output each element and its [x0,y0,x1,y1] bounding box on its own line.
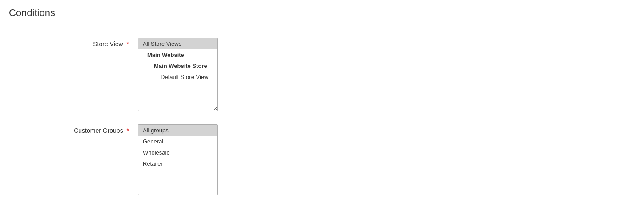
customer-groups-label: Customer Groups * [18,124,129,134]
customer-groups-option-all[interactable]: All groups [138,125,217,136]
page-container: Conditions Store View * All Store Views … [0,0,644,202]
store-view-listbox-wrapper: All Store Views Main Website Main Websit… [138,38,218,111]
store-view-option-main-website-store[interactable]: Main Website Store [138,60,217,71]
customer-groups-option-general[interactable]: General [138,136,217,147]
store-view-option-all[interactable]: All Store Views [138,38,217,49]
customer-groups-required: * [127,127,129,134]
customer-groups-option-retailer[interactable]: Retailer [138,158,217,169]
store-view-option-default-store-view[interactable]: Default Store View [138,71,217,83]
section-title: Conditions [9,7,635,19]
store-view-listbox[interactable]: All Store Views Main Website Main Websit… [138,38,218,111]
store-view-required: * [127,40,129,48]
store-view-label: Store View * [18,38,129,48]
customer-groups-listbox[interactable]: All groups General Wholesale Retailer [138,124,218,195]
customer-groups-row: Customer Groups * All groups General Who… [18,124,635,195]
form-fields: Store View * All Store Views Main Websit… [9,38,635,195]
store-view-option-main-website[interactable]: Main Website [138,49,217,60]
store-view-row: Store View * All Store Views Main Websit… [18,38,635,111]
customer-groups-listbox-wrapper: All groups General Wholesale Retailer [138,124,218,195]
section-divider [9,24,635,24]
customer-groups-option-wholesale[interactable]: Wholesale [138,147,217,158]
